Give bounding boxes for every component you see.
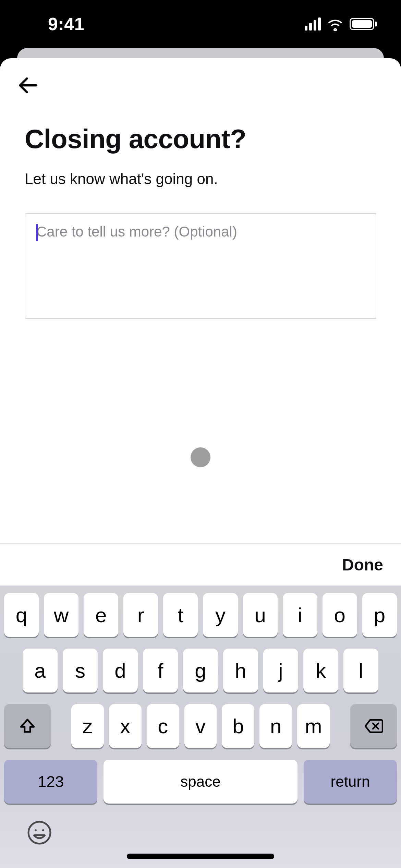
key-n[interactable]: n: [259, 704, 292, 748]
key-b[interactable]: b: [222, 704, 254, 748]
feedback-textarea[interactable]: Care to tell us more? (Optional): [25, 213, 376, 319]
page-title: Closing account?: [25, 123, 376, 155]
key-q[interactable]: q: [4, 593, 39, 637]
arrow-left-icon: [17, 75, 38, 96]
key-c[interactable]: c: [147, 704, 179, 748]
svg-point-1: [35, 829, 37, 831]
key-x[interactable]: x: [109, 704, 142, 748]
key-f[interactable]: f: [143, 649, 178, 692]
textarea-placeholder: Care to tell us more? (Optional): [36, 224, 237, 240]
key-shift[interactable]: [4, 704, 51, 748]
emoji-button[interactable]: [27, 820, 52, 847]
key-r[interactable]: r: [123, 593, 158, 637]
status-indicators: [305, 17, 377, 31]
status-bar: 9:41: [0, 0, 401, 48]
keyboard-footer: [0, 810, 401, 868]
keyboard-row-1: q w e r t y u i o p: [4, 593, 397, 637]
page-subtitle: Let us know what's going on.: [25, 169, 376, 189]
battery-icon: [350, 18, 377, 30]
key-return[interactable]: return: [304, 760, 397, 804]
shift-icon: [19, 718, 36, 735]
key-i[interactable]: i: [283, 593, 317, 637]
key-m[interactable]: m: [297, 704, 330, 748]
keyboard-row-3: z x c v b n m: [4, 704, 397, 748]
keyboard-accessory-bar: Done: [0, 544, 401, 586]
backspace-icon: [364, 719, 383, 734]
key-t[interactable]: t: [163, 593, 198, 637]
done-button[interactable]: Done: [342, 555, 383, 574]
key-e[interactable]: e: [84, 593, 118, 637]
svg-point-0: [28, 822, 50, 844]
phone-frame: 9:41 Closing account? Let us know what's…: [0, 0, 401, 868]
key-j[interactable]: j: [263, 649, 298, 692]
key-w[interactable]: w: [44, 593, 78, 637]
key-l[interactable]: l: [343, 649, 378, 692]
key-k[interactable]: k: [303, 649, 338, 692]
key-d[interactable]: d: [103, 649, 138, 692]
keyboard-row-2: a s d f g h j k l: [4, 649, 397, 692]
key-z[interactable]: z: [71, 704, 104, 748]
cell-signal-icon: [305, 17, 321, 31]
key-u[interactable]: u: [243, 593, 278, 637]
key-backspace[interactable]: [350, 704, 397, 748]
content-area: Closing account? Let us know what's goin…: [0, 58, 401, 319]
loading-indicator: [191, 447, 210, 467]
key-v[interactable]: v: [184, 704, 217, 748]
back-button[interactable]: [16, 74, 39, 97]
home-indicator[interactable]: [127, 854, 274, 859]
key-p[interactable]: p: [362, 593, 397, 637]
key-y[interactable]: y: [203, 593, 238, 637]
key-g[interactable]: g: [183, 649, 218, 692]
keyboard-row-4: 123 space return: [4, 760, 397, 804]
status-time: 9:41: [24, 14, 84, 34]
keyboard: q w e r t y u i o p a s d f g h j k l: [0, 586, 401, 868]
text-caret: [36, 224, 38, 241]
modal-sheet: Closing account? Let us know what's goin…: [0, 58, 401, 868]
key-space[interactable]: space: [104, 760, 297, 804]
key-numbers[interactable]: 123: [4, 760, 97, 804]
wifi-icon: [327, 17, 343, 31]
key-s[interactable]: s: [63, 649, 98, 692]
key-h[interactable]: h: [223, 649, 258, 692]
svg-point-2: [42, 829, 44, 831]
emoji-icon: [27, 820, 52, 845]
key-o[interactable]: o: [323, 593, 357, 637]
key-a[interactable]: a: [23, 649, 58, 692]
